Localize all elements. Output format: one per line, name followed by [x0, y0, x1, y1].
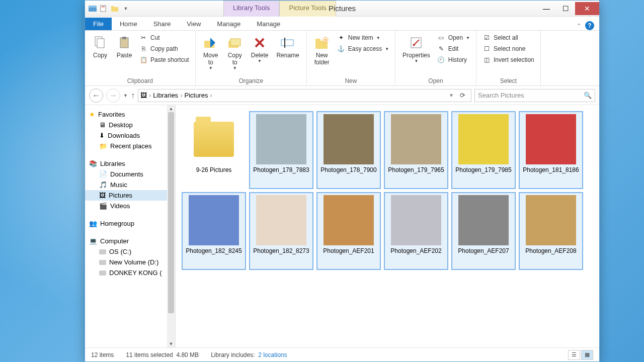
- favorites-header[interactable]: ★Favorites: [85, 109, 175, 120]
- search-icon: 🔍: [584, 92, 592, 99]
- thumbnail-image: [458, 114, 509, 164]
- recent-locations-icon[interactable]: ▼: [123, 93, 128, 98]
- image-item[interactable]: Photogen_AEF208: [519, 192, 583, 270]
- move-to-button[interactable]: Move to▼: [200, 33, 222, 72]
- file-tab[interactable]: File: [85, 18, 112, 30]
- nav-downloads[interactable]: ⬇Downloads: [85, 130, 175, 141]
- libraries-icon: 📚: [89, 160, 97, 167]
- image-item[interactable]: Photogen_178_7883: [249, 111, 313, 189]
- libraries-header[interactable]: 📚Libraries: [85, 158, 175, 169]
- history-button[interactable]: 🕘History: [435, 55, 472, 65]
- nav-desktop[interactable]: 🖥Desktop: [85, 120, 175, 130]
- nav-drive-usb[interactable]: DONKEY KONG (: [85, 267, 175, 278]
- close-button[interactable]: ✕: [575, 2, 599, 15]
- up-button[interactable]: ↑: [131, 91, 135, 100]
- shortcut-icon: 📋: [139, 56, 147, 64]
- qat-dropdown-icon[interactable]: ▼: [121, 4, 130, 13]
- image-item[interactable]: Photogen_179_7965: [384, 111, 448, 189]
- library-locations: Library includes: 2 locations: [211, 351, 287, 358]
- breadcrumb[interactable]: 🖼 › Libraries › Pictures › ▼ ⟳: [138, 89, 471, 102]
- scroll-thumb[interactable]: [168, 112, 174, 313]
- scissors-icon: ✂: [139, 34, 147, 42]
- collapse-ribbon-icon[interactable]: ⌃: [577, 23, 581, 29]
- back-button[interactable]: ←: [89, 88, 103, 103]
- image-item[interactable]: Photogen_182_8273: [249, 192, 313, 270]
- image-item[interactable]: Photogen_181_8186: [519, 111, 583, 189]
- thumbnail-image: [391, 114, 441, 164]
- svg-rect-13: [281, 40, 293, 46]
- view-tab[interactable]: View: [179, 18, 209, 30]
- svg-rect-3: [102, 7, 105, 7]
- image-item[interactable]: Photogen_AEF201: [316, 192, 381, 270]
- paste-shortcut-button[interactable]: 📋Paste shortcut: [137, 55, 191, 65]
- image-item[interactable]: Photogen_AEF207: [451, 192, 516, 270]
- file-name: Photogen_182_8273: [253, 247, 309, 255]
- nav-documents[interactable]: 📄Documents: [85, 169, 175, 179]
- paste-button[interactable]: Paste: [113, 33, 135, 61]
- svg-rect-12: [230, 39, 240, 46]
- select-all-icon: ☑: [482, 34, 491, 42]
- easy-access-button[interactable]: ⚓Easy access ▼: [335, 44, 391, 54]
- manage-library-tab[interactable]: Manage: [209, 18, 249, 30]
- refresh-button[interactable]: ⟳: [456, 92, 469, 99]
- maximize-button[interactable]: ☐: [556, 2, 575, 15]
- forward-button[interactable]: →: [106, 88, 120, 103]
- nav-recent-places[interactable]: 📁Recent places: [85, 141, 175, 151]
- file-list: 9-26 PicturesPhotogen_178_7883Photogen_1…: [176, 105, 599, 347]
- image-item[interactable]: Photogen_178_7900: [316, 111, 381, 189]
- nav-drive-d[interactable]: New Volume (D:): [85, 257, 175, 267]
- nav-pictures[interactable]: 🖼Pictures: [85, 190, 175, 201]
- disk-icon: [99, 249, 106, 254]
- breadcrumb-pictures[interactable]: Pictures: [184, 92, 208, 99]
- search-input[interactable]: Search Pictures 🔍: [474, 89, 595, 102]
- new-item-button[interactable]: ✦New item ▼: [335, 33, 391, 43]
- copy-path-button[interactable]: ⎘Copy path: [137, 44, 191, 54]
- copy-path-icon: ⎘: [139, 45, 147, 53]
- file-name: Photogen_AEF208: [525, 247, 576, 255]
- copy-button[interactable]: Copy: [89, 33, 111, 61]
- nav-drive-c[interactable]: OS (C:): [85, 246, 175, 257]
- library-tools-tab[interactable]: Library Tools: [223, 1, 279, 17]
- manage-picture-tab[interactable]: Manage: [249, 18, 288, 30]
- svg-rect-4: [111, 7, 118, 12]
- select-group-label: Select: [480, 76, 536, 85]
- window-title: Pictures: [329, 4, 356, 13]
- file-name: Photogen_178_7900: [320, 166, 376, 174]
- select-all-button[interactable]: ☑Select all: [480, 33, 536, 43]
- homegroup-header[interactable]: 👥Homegroup: [85, 218, 175, 229]
- copy-to-button[interactable]: Copy to▼: [224, 33, 246, 72]
- new-folder-button[interactable]: ✦New folder: [311, 33, 333, 68]
- new-folder-qat-icon[interactable]: [110, 4, 119, 13]
- details-view-button[interactable]: ☰: [568, 350, 580, 360]
- scroll-down-icon[interactable]: ▼: [167, 340, 175, 347]
- rename-button[interactable]: Rename: [273, 33, 302, 61]
- svg-rect-5: [111, 6, 114, 8]
- explorer-window: ▼ Library Tools Picture Tools Pictures —…: [85, 0, 600, 362]
- cut-button[interactable]: ✂Cut: [137, 33, 191, 43]
- properties-qat-icon[interactable]: [99, 4, 108, 13]
- image-item[interactable]: Photogen_179_7985: [451, 111, 516, 189]
- breadcrumb-dropdown-icon[interactable]: ▼: [449, 93, 454, 98]
- invert-selection-button[interactable]: ◫Invert selection: [480, 55, 536, 65]
- nav-scrollbar[interactable]: ▲ ▼: [167, 105, 175, 347]
- home-tab[interactable]: Home: [112, 18, 145, 30]
- breadcrumb-libraries[interactable]: Libraries: [153, 92, 178, 99]
- edit-button[interactable]: ✎Edit: [435, 44, 472, 54]
- select-none-button[interactable]: ☐Select none: [480, 44, 536, 54]
- folder-item[interactable]: 9-26 Pictures: [182, 111, 246, 189]
- share-tab[interactable]: Share: [145, 18, 179, 30]
- delete-button[interactable]: Delete▼: [248, 33, 272, 65]
- thumbnail-image: [256, 195, 306, 245]
- nav-music[interactable]: 🎵Music: [85, 179, 175, 190]
- image-item[interactable]: Photogen_AEF202: [384, 192, 448, 270]
- thumbnails-view-button[interactable]: ▦: [581, 350, 593, 360]
- minimize-button[interactable]: —: [537, 2, 556, 15]
- open-button[interactable]: ▭Open ▼: [435, 33, 472, 43]
- picture-tools-tab[interactable]: Picture Tools: [279, 1, 336, 17]
- computer-header[interactable]: 💻Computer: [85, 236, 175, 246]
- scroll-up-icon[interactable]: ▲: [167, 105, 175, 112]
- properties-button[interactable]: Properties▼: [399, 33, 433, 65]
- nav-videos[interactable]: 🎬Videos: [85, 201, 175, 211]
- help-icon[interactable]: ?: [585, 21, 594, 30]
- image-item[interactable]: Photogen_182_8245: [182, 192, 246, 270]
